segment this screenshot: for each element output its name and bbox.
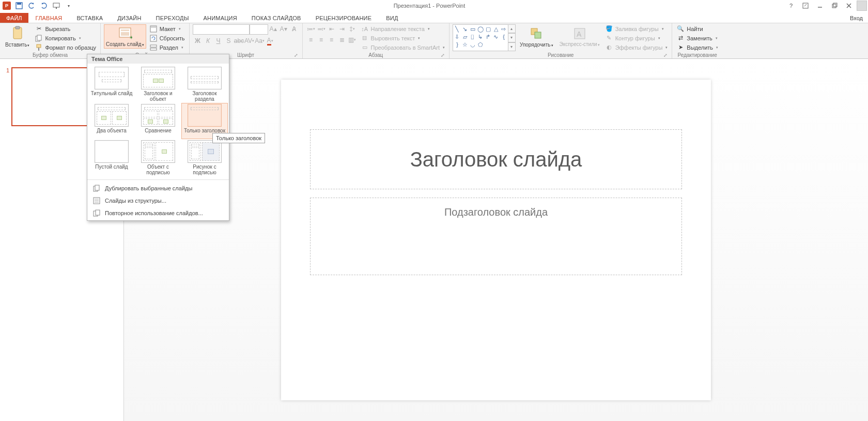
columns-button[interactable]: ▥▾ (347, 35, 358, 44)
format-painter-button[interactable]: Формат по образцу (34, 43, 97, 52)
layout-button[interactable]: Макет▾ (148, 24, 186, 33)
shape-elbow-icon[interactable]: ↳ (477, 33, 484, 40)
text-direction-button[interactable]: ↕AНаправление текста▾ (360, 24, 446, 33)
bold-button[interactable]: Ж (193, 36, 203, 46)
layout-picture-caption[interactable]: Рисунок с подписью (181, 139, 228, 176)
align-text-button[interactable]: ⊟Выровнять текст▾ (360, 34, 446, 42)
user-avatar[interactable] (857, 1, 867, 11)
qat-undo-button[interactable] (26, 1, 37, 11)
shapes-gallery[interactable]: ╲ ↘ ▭ ◯ ▢ △ ⇨ ⇩ ▱ ⌷ ↳ ↱ ∿ { } ☆ ◡ (453, 24, 508, 51)
font-color-button[interactable]: A▾ (265, 36, 275, 46)
shape-outline-button[interactable]: ✎Контур фигуры▾ (604, 34, 669, 42)
gallery-up-button[interactable]: ▴ (508, 24, 516, 33)
tab-animations[interactable]: АНИМАЦИЯ (196, 13, 244, 23)
tab-review[interactable]: РЕЦЕНЗИРОВАНИЕ (308, 13, 379, 23)
align-right-button[interactable]: ≡ (327, 35, 337, 44)
minimize-button[interactable] (813, 1, 827, 11)
shape-arrow-right-icon[interactable]: ⇨ (500, 25, 507, 33)
tab-home[interactable]: ГЛАВНАЯ (28, 13, 70, 23)
shape-callout-icon[interactable]: ▱ (461, 33, 469, 40)
reset-button[interactable]: Сбросить (148, 34, 186, 42)
slide-canvas[interactable]: Заголовок слайда Подзаголовок слайда (281, 80, 711, 400)
shape-elbow2-icon[interactable]: ↱ (485, 33, 492, 40)
shape-oval-icon[interactable]: ◯ (477, 25, 484, 33)
tab-file[interactable]: ФАЙЛ (0, 13, 28, 23)
smartart-button[interactable]: ▭Преобразовать в SmartArt▾ (360, 43, 446, 52)
bullets-button[interactable]: ≔▾ (306, 24, 316, 34)
gallery-down-button[interactable]: ▾ (508, 33, 516, 42)
strikethrough-button[interactable]: abc (234, 36, 244, 46)
shape-effects-button[interactable]: ◐Эффекты фигуры▾ (604, 43, 669, 52)
copy-button[interactable]: Копировать▾ (34, 34, 97, 42)
qat-save-button[interactable] (13, 1, 25, 11)
layout-section-header[interactable]: Заголовок раздела (181, 66, 228, 103)
change-case-button[interactable]: Aa▾ (255, 36, 265, 46)
shadow-button[interactable]: S (224, 36, 234, 46)
layout-two-content[interactable]: Два объекта (88, 103, 135, 139)
layout-comparison[interactable]: Сравнение (135, 103, 181, 139)
decrease-indent-button[interactable]: ⇤ (327, 24, 337, 34)
shape-arrow-down-icon[interactable]: ⇩ (454, 33, 461, 40)
sign-in-link[interactable]: Вход (845, 13, 868, 23)
close-button[interactable] (842, 1, 856, 11)
decrease-font-button[interactable]: A▾ (278, 24, 289, 34)
increase-indent-button[interactable]: ⇥ (337, 24, 347, 34)
gallery-more-button[interactable]: ▾ (508, 42, 516, 51)
restore-button[interactable] (828, 1, 841, 11)
shape-brace-r-icon[interactable]: } (454, 41, 461, 48)
clear-formatting-button[interactable]: A̷ (289, 24, 299, 34)
justify-button[interactable]: ≣ (337, 35, 347, 44)
new-slide-button[interactable]: ✶ Создать слайд▾ (104, 24, 146, 49)
numbering-button[interactable]: ≕▾ (316, 24, 327, 34)
paste-button[interactable]: Вставить▾ (3, 24, 32, 49)
section-button[interactable]: Раздел▾ (148, 43, 186, 52)
shape-star-icon[interactable]: ☆ (461, 41, 469, 48)
tab-view[interactable]: ВИД (379, 13, 405, 23)
font-size-input[interactable] (250, 24, 268, 35)
app-icon[interactable]: P (1, 1, 12, 11)
paragraph-launcher[interactable]: ⤢ (440, 52, 446, 58)
tab-insert[interactable]: ВСТАВКА (69, 13, 110, 23)
layout-blank[interactable]: Пустой слайд (88, 139, 135, 176)
replace-button[interactable]: ⇄Заменить▾ (675, 34, 719, 42)
find-button[interactable]: 🔍Найти (675, 24, 719, 33)
shape-rrect-icon[interactable]: ▢ (485, 25, 492, 33)
layout-content-caption[interactable]: Объект с подписью (135, 139, 181, 176)
shape-arc-icon[interactable]: ◡ (469, 41, 476, 48)
shape-rect-icon[interactable]: ▭ (469, 25, 476, 33)
layout-title-slide[interactable]: Титульный слайд (88, 66, 135, 103)
tab-transitions[interactable]: ПЕРЕХОДЫ (149, 13, 196, 23)
cut-button[interactable]: ✂Вырезать (34, 24, 97, 33)
duplicate-slides-item[interactable]: Дублировать выбранные слайды (87, 182, 229, 194)
underline-button[interactable]: Ч (213, 36, 224, 46)
tab-slideshow[interactable]: ПОКАЗ СЛАЙДОВ (244, 13, 308, 23)
qat-start-slideshow-button[interactable] (51, 1, 62, 11)
line-spacing-button[interactable]: ‡▾ (347, 24, 358, 34)
qat-redo-button[interactable] (38, 1, 50, 11)
align-center-button[interactable]: ≡ (316, 35, 327, 44)
select-button[interactable]: ➤Выделить▾ (675, 43, 719, 52)
italic-button[interactable]: К (203, 36, 213, 46)
layout-title-content[interactable]: Заголовок и объект (135, 66, 181, 103)
char-spacing-button[interactable]: AV▾ (244, 36, 255, 46)
tab-design[interactable]: ДИЗАЙН (110, 13, 148, 23)
shape-textbox-icon[interactable]: ⌷ (469, 33, 476, 40)
drawing-launcher[interactable]: ⤢ (662, 52, 669, 58)
subtitle-placeholder[interactable]: Подзаголовок слайда (310, 198, 682, 275)
shape-triangle-icon[interactable]: △ (492, 25, 500, 33)
align-left-button[interactable]: ≡ (306, 35, 316, 44)
shape-curve-icon[interactable]: ∿ (492, 33, 500, 40)
quick-styles-button[interactable]: A Экспресс-стили▾ (557, 24, 602, 49)
slide-editor[interactable]: Заголовок слайда Подзаголовок слайда (124, 59, 868, 421)
help-button[interactable]: ? (784, 1, 798, 11)
shape-line-arrow-icon[interactable]: ↘ (461, 25, 469, 33)
ribbon-display-button[interactable] (799, 1, 812, 11)
arrange-button[interactable]: Упорядочить▾ (518, 24, 555, 49)
shape-poly-icon[interactable]: ⬠ (477, 41, 484, 48)
font-launcher[interactable]: ⤢ (293, 52, 299, 58)
shape-brace-l-icon[interactable]: { (500, 33, 507, 40)
increase-font-button[interactable]: A▴ (268, 24, 278, 34)
reuse-slides-item[interactable]: Повторное использование слайдов... (87, 207, 229, 219)
slides-from-outline-item[interactable]: Слайды из структуры... (87, 194, 229, 207)
shape-fill-button[interactable]: 🪣Заливка фигуры▾ (604, 24, 669, 33)
